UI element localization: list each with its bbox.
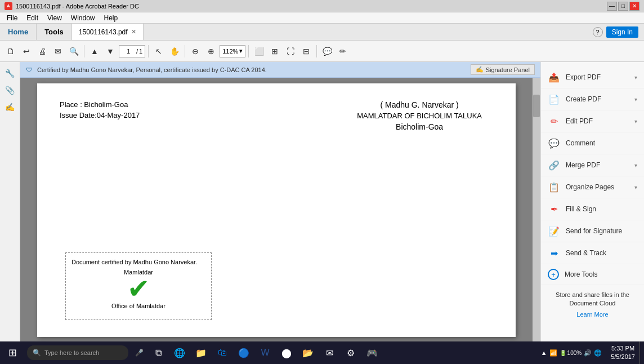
menu-bar: File Edit View Window Help	[0, 12, 644, 24]
sign-in-button[interactable]: Sign In	[606, 26, 638, 38]
taskbar-app-ie[interactable]: 🔵	[233, 341, 254, 364]
zoom-dropdown-icon[interactable]: ▾	[239, 47, 243, 55]
start-button[interactable]: ⊞	[0, 341, 25, 364]
signature-panel-button[interactable]: ✍ Signature Panel	[471, 64, 535, 75]
create-pdf-icon: 📄	[548, 93, 560, 105]
rp-more-tools[interactable]: + More Tools	[541, 264, 644, 285]
rp-send-signature-label: Send for Signature	[566, 227, 637, 235]
left-tools-btn[interactable]: 🔧	[3, 66, 17, 80]
export-pdf-icon: 📤	[548, 71, 560, 83]
taskbar-clock[interactable]: 5:33 PM 5/5/2017	[606, 344, 639, 362]
maximize-button[interactable]: □	[618, 2, 628, 11]
document-tab-name: 1500116143.pdf	[79, 28, 128, 36]
export-pdf-expand-icon: ▾	[634, 74, 637, 81]
rp-merge-pdf[interactable]: 🔗 Merge PDF ▾	[541, 154, 644, 176]
zoom-out-button[interactable]: ⊖	[188, 44, 203, 59]
search-button[interactable]: 🔍	[66, 44, 81, 59]
read-mode-button[interactable]: ⊟	[299, 44, 314, 59]
taskbar-mic[interactable]: 🎤	[131, 341, 147, 364]
rp-send-track-label: Send & Track	[566, 249, 637, 257]
tab-close-button[interactable]: ✕	[131, 28, 136, 35]
window-controls[interactable]: — □ ✕	[607, 2, 639, 11]
rp-merge-pdf-label: Merge PDF	[566, 161, 629, 169]
menu-view[interactable]: View	[43, 12, 66, 23]
pdf-page: Place : Bicholim-Goa Issue Date:04-May-2…	[37, 83, 516, 337]
fill-sign-icon: ✒	[548, 203, 560, 215]
toolbar: 🗋 ↩ 🖨 ✉ 🔍 ▲ ▼ / 1 ↖ ✋ ⊖ ⊕ 112% ▾ ⬜ ⊞ ⛶ ⊟…	[0, 41, 644, 62]
tab-tools[interactable]: Tools	[37, 24, 72, 40]
rp-export-pdf[interactable]: 📤 Export PDF ▾	[541, 66, 644, 88]
page-number-input[interactable]	[122, 48, 135, 55]
rp-fill-sign[interactable]: ✒ Fill & Sign	[541, 198, 644, 220]
sep4	[248, 45, 249, 57]
new-button[interactable]: 🗋	[3, 44, 18, 59]
tray-expand[interactable]: ▲	[541, 349, 547, 356]
page-separator: /	[136, 48, 138, 55]
edit-pdf-icon: ✏	[548, 115, 560, 127]
prev-page-button[interactable]: ▲	[87, 44, 102, 59]
stamp-visual: Mamlatdar ✔ Office of Mamlatdar	[71, 269, 205, 309]
rp-send-track[interactable]: ➡ Send & Track	[541, 242, 644, 264]
taskbar-app-word[interactable]: W	[254, 341, 276, 364]
left-signatures-btn[interactable]: ✍	[3, 100, 17, 114]
cert-banner: 🛡 Certified by Madhu Gono Narvekar, Pers…	[20, 62, 540, 78]
pdf-scroll-area[interactable]: Place : Bicholim-Goa Issue Date:04-May-2…	[20, 78, 533, 341]
minimize-button[interactable]: —	[607, 2, 617, 11]
rp-edit-pdf[interactable]: ✏ Edit PDF ▾	[541, 110, 644, 132]
print-button[interactable]: 🖨	[35, 44, 50, 59]
cert-shield-icon: 🛡	[26, 66, 32, 73]
open-button[interactable]: ↩	[19, 44, 34, 59]
task-view-button[interactable]: ⧉	[147, 341, 169, 364]
menu-file[interactable]: File	[2, 12, 22, 23]
taskbar-app-edge[interactable]: 🌐	[169, 341, 190, 364]
rp-organize-pages[interactable]: 📋 Organize Pages ▾	[541, 176, 644, 198]
taskbar-app-game[interactable]: 🎮	[361, 341, 383, 364]
rp-comment[interactable]: 💬 Comment	[541, 132, 644, 154]
help-icon[interactable]: ?	[593, 27, 603, 37]
email-button[interactable]: ✉	[51, 44, 65, 59]
menu-edit[interactable]: Edit	[22, 12, 43, 23]
taskbar-app-settings[interactable]: ⚙	[340, 341, 361, 364]
merge-pdf-expand-icon: ▾	[634, 162, 637, 168]
menu-help[interactable]: Help	[100, 12, 123, 23]
send-signature-icon: 📝	[548, 225, 560, 237]
menu-window[interactable]: Window	[66, 12, 100, 23]
tray-network2[interactable]: 🌐	[594, 349, 602, 357]
tray-volume[interactable]: 🔊	[584, 349, 592, 357]
rp-learn-more-link[interactable]: Learn More	[548, 310, 637, 319]
draw-btn[interactable]: ✏	[336, 44, 350, 59]
fit-page-button[interactable]: ⬜	[252, 44, 266, 59]
next-page-button[interactable]: ▼	[103, 44, 118, 59]
taskbar-search[interactable]: 🔍 Type here to search	[27, 345, 128, 360]
vertical-scrollbar[interactable]	[533, 78, 540, 341]
sig-panel-label: Signature Panel	[486, 66, 530, 73]
cert-stamp-text: Document certified by Madhu Gono Narveka…	[71, 259, 205, 265]
comment-toolbar-btn[interactable]: 💬	[320, 44, 334, 59]
cursor-tool[interactable]: ↖	[151, 44, 166, 59]
tab-document[interactable]: 1500116143.pdf ✕	[72, 24, 144, 40]
zoom-in-button[interactable]: ⊕	[204, 44, 218, 59]
pdf-content-area: Place : Bicholim-Goa Issue Date:04-May-2…	[20, 78, 540, 341]
tab-home[interactable]: Home	[0, 24, 37, 40]
scroll-thumb[interactable]	[533, 95, 540, 117]
fullscreen-button[interactable]: ⛶	[283, 44, 298, 59]
pdf-city: Bicholim-Goa	[357, 122, 482, 131]
hand-tool[interactable]: ✋	[167, 44, 182, 59]
rp-create-pdf[interactable]: 📄 Create PDF ▾	[541, 88, 644, 110]
rp-more-tools-label: More Tools	[565, 270, 637, 278]
left-bookmarks-btn[interactable]: 📎	[3, 83, 17, 97]
taskbar-app-folder[interactable]: 📂	[297, 341, 319, 364]
rp-send-signature[interactable]: 📝 Send for Signature	[541, 220, 644, 242]
taskbar-app-store[interactable]: 🛍	[212, 341, 233, 364]
taskbar-app-chrome[interactable]: ⬤	[276, 341, 297, 364]
taskbar-app-mail[interactable]: ✉	[319, 341, 340, 364]
show-desktop-button[interactable]	[639, 341, 644, 364]
battery-indicator: 🔋 100%	[560, 350, 582, 356]
cert-banner-text: Certified by Madhu Gono Narvekar, Person…	[37, 66, 267, 73]
fit-width-button[interactable]: ⊞	[267, 44, 282, 59]
taskbar-app-explorer[interactable]: 📁	[190, 341, 212, 364]
close-button[interactable]: ✕	[629, 2, 639, 11]
taskbar-apps: ⧉ 🌐 📁 🛍 🔵 W ⬤ 📂 ✉ ⚙ 🎮	[147, 341, 383, 364]
cert-stamp: Document certified by Madhu Gono Narveka…	[65, 252, 212, 320]
zoom-control[interactable]: 112% ▾	[220, 45, 245, 57]
